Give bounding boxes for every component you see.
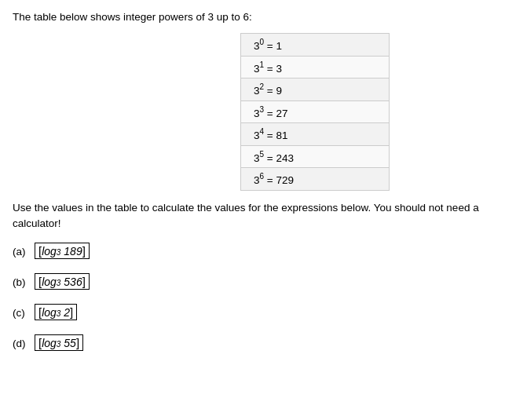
math-expression: [log3 55] (35, 334, 83, 351)
question-block: (c)[log3 2] (13, 304, 492, 320)
math-expression: [log3 189] (35, 243, 90, 259)
question-block: (b)[log3 536] (13, 273, 492, 290)
intro-text: The table below shows integer powers of … (13, 9, 492, 25)
table-row: 30 = 1 (241, 34, 390, 57)
powers-table: 30 = 131 = 332 = 933 = 2734 = 8135 = 243… (240, 33, 390, 191)
table-row: 31 = 3 (241, 56, 390, 79)
math-expression: [log3 536] (35, 273, 90, 290)
math-expression: [log3 2] (35, 304, 77, 320)
powers-table-container: 30 = 131 = 332 = 933 = 2734 = 8135 = 243… (240, 33, 492, 191)
table-row: 32 = 9 (241, 79, 390, 101)
question-label: (c) (13, 307, 35, 319)
question-block: (d)[log3 55] (13, 334, 492, 351)
table-row: 33 = 27 (241, 100, 390, 123)
table-row: 34 = 81 (241, 123, 390, 146)
question-label: (a) (13, 246, 35, 257)
question-label: (b) (13, 276, 35, 288)
table-row: 35 = 243 (241, 145, 390, 168)
table-row: 36 = 729 (241, 168, 390, 191)
question-label: (d) (13, 338, 35, 349)
questions-container: (a)[log3 189](b)[log3 536](c)[log3 2](d)… (13, 243, 492, 351)
instructions-text: Use the values in the table to calculate… (13, 200, 492, 232)
question-block: (a)[log3 189] (13, 243, 492, 259)
